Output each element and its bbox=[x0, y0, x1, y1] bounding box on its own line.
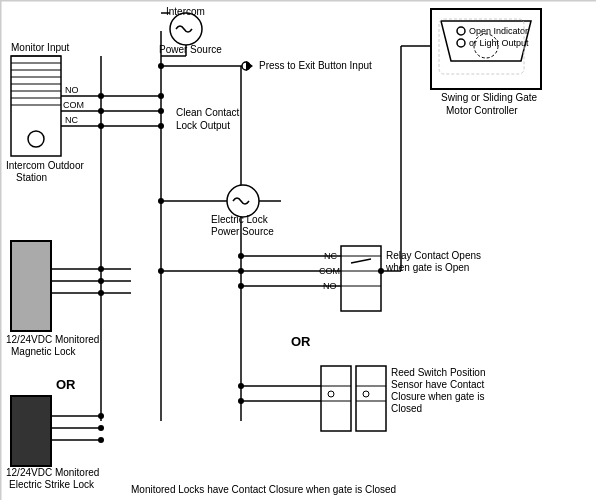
svg-rect-89 bbox=[356, 366, 386, 431]
svg-text:Monitored Locks have Contact C: Monitored Locks have Contact Closure whe… bbox=[131, 484, 396, 495]
svg-text:Reed Switch Position: Reed Switch Position bbox=[391, 367, 486, 378]
svg-point-21 bbox=[457, 27, 465, 35]
svg-text:Magnetic Lock: Magnetic Lock bbox=[11, 346, 76, 357]
svg-text:Power Source: Power Source bbox=[159, 44, 222, 55]
svg-text:Intercom Outdoor: Intercom Outdoor bbox=[6, 160, 84, 171]
svg-text:Open Indicator: Open Indicator bbox=[469, 26, 528, 36]
svg-point-14 bbox=[170, 13, 202, 45]
svg-text:Power Source: Power Source bbox=[211, 226, 274, 237]
svg-text:Clean Contact: Clean Contact bbox=[176, 107, 240, 118]
svg-point-64 bbox=[98, 425, 104, 431]
svg-text:12/24VDC Monitored: 12/24VDC Monitored bbox=[6, 467, 99, 478]
wiring-diagram: Monitor Input Intercom Outdoor Station I… bbox=[0, 0, 596, 500]
svg-text:Closure when gate is: Closure when gate is bbox=[391, 391, 484, 402]
svg-point-115 bbox=[158, 198, 164, 204]
svg-point-47 bbox=[227, 185, 259, 217]
svg-text:Station: Station bbox=[16, 172, 47, 183]
svg-point-95 bbox=[363, 391, 369, 397]
svg-point-84 bbox=[238, 283, 244, 289]
svg-point-94 bbox=[328, 391, 334, 397]
svg-point-22 bbox=[457, 39, 465, 47]
svg-text:Lock Output: Lock Output bbox=[176, 120, 230, 131]
svg-text:NC: NC bbox=[65, 115, 78, 125]
svg-text:Electric Strike Lock: Electric Strike Lock bbox=[9, 479, 95, 490]
svg-point-125 bbox=[158, 123, 164, 129]
svg-point-10 bbox=[28, 131, 44, 147]
svg-text:or Light Output: or Light Output bbox=[469, 38, 529, 48]
svg-text:Press to Exit Button Input: Press to Exit Button Input bbox=[259, 60, 372, 71]
svg-text:Monitor Input: Monitor Input bbox=[11, 42, 70, 53]
svg-point-66 bbox=[98, 437, 104, 443]
svg-point-62 bbox=[98, 413, 104, 419]
svg-rect-60 bbox=[11, 396, 51, 466]
svg-point-80 bbox=[238, 253, 244, 259]
svg-text:COM: COM bbox=[63, 100, 84, 110]
svg-text:Sensor have Contact: Sensor have Contact bbox=[391, 379, 485, 390]
svg-text:OR: OR bbox=[56, 377, 76, 392]
svg-text:Swing or Sliding Gate: Swing or Sliding Gate bbox=[441, 92, 538, 103]
svg-text:NO: NO bbox=[65, 85, 79, 95]
svg-rect-50 bbox=[11, 241, 51, 331]
svg-point-110 bbox=[158, 268, 164, 274]
svg-text:Closed: Closed bbox=[391, 403, 422, 414]
svg-text:Motor Controller: Motor Controller bbox=[446, 105, 518, 116]
svg-point-44 bbox=[158, 63, 164, 69]
svg-point-99 bbox=[238, 398, 244, 404]
svg-point-123 bbox=[158, 108, 164, 114]
svg-point-97 bbox=[238, 383, 244, 389]
svg-point-120 bbox=[158, 93, 164, 99]
svg-text:OR: OR bbox=[291, 334, 311, 349]
svg-text:Electric Lock: Electric Lock bbox=[211, 214, 269, 225]
svg-text:Intercom: Intercom bbox=[166, 6, 205, 17]
svg-text:12/24VDC Monitored: 12/24VDC Monitored bbox=[6, 334, 99, 345]
svg-rect-88 bbox=[321, 366, 351, 431]
svg-point-107 bbox=[378, 268, 384, 274]
